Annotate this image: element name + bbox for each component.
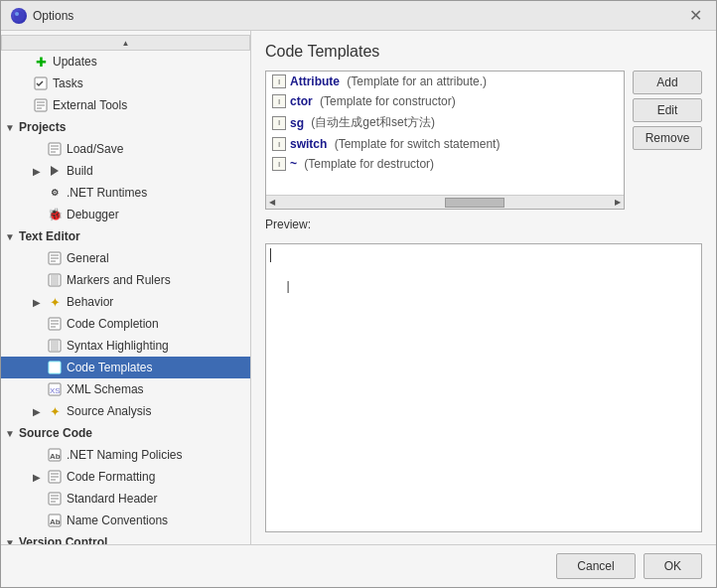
sidebar: ▲ ✚ Updates Tasks Exter [1, 31, 251, 544]
templates-list-wrapper: I Attribute (Template for an attribute.)… [265, 71, 625, 210]
code-templates-icon [47, 360, 63, 375]
name-conventions-icon: Ab [47, 513, 63, 528]
projects-arrow: ▼ [5, 122, 19, 133]
sidebar-category-projects[interactable]: ▼ Projects [1, 116, 250, 138]
svg-text:Ab: Ab [50, 517, 61, 526]
preview-line-3: | [270, 280, 697, 296]
build-arrow: ▶ [33, 166, 47, 177]
sidebar-item-xml-schemas[interactable]: XS XML Schemas [1, 378, 250, 400]
preview-cursor-line [270, 248, 697, 264]
version-control-label: Version Control [19, 535, 107, 544]
code-completion-icon [47, 316, 63, 332]
title-bar: Options ✕ [1, 1, 716, 31]
scroll-right-btn[interactable]: ▶ [612, 198, 624, 207]
no-arrow [19, 78, 33, 89]
sidebar-item-net-naming[interactable]: Ab .NET Naming Policies [1, 444, 250, 466]
sidebar-item-updates[interactable]: ✚ Updates [1, 51, 250, 73]
sidebar-item-tasks[interactable]: Tasks [1, 73, 250, 94]
remove-button[interactable]: Remove [633, 126, 702, 150]
add-button[interactable]: Add [633, 71, 702, 94]
dialog-body: ▲ ✚ Updates Tasks Exter [1, 31, 716, 544]
behavior-icon: ✦ [47, 294, 63, 310]
ok-button[interactable]: OK [644, 553, 702, 579]
scroll-thumb[interactable] [445, 198, 504, 208]
sidebar-item-markers-rulers[interactable]: Markers and Rulers [1, 269, 250, 291]
tasks-icon [33, 75, 49, 91]
close-button[interactable]: ✕ [685, 8, 706, 24]
preview-area[interactable]: | [265, 243, 702, 532]
sidebar-item-name-conventions[interactable]: Ab Name Conventions [1, 510, 250, 531]
title-bar-left: Options [11, 8, 73, 24]
sidebar-category-version-control[interactable]: ▼ Version Control [1, 531, 250, 544]
app-icon [11, 8, 27, 24]
no-arrow [33, 450, 47, 461]
template-icon: I [272, 94, 286, 108]
sidebar-item-load-save[interactable]: Load/Save [1, 138, 250, 160]
projects-label: Projects [19, 120, 66, 134]
template-item-attribute[interactable]: I Attribute (Template for an attribute.) [266, 72, 624, 91]
net-runtimes-icon: ⚙ [47, 185, 63, 201]
xml-schemas-icon: XS [47, 381, 63, 397]
source-code-arrow: ▼ [5, 428, 19, 439]
no-arrow [33, 384, 47, 395]
options-dialog: Options ✕ ▲ ✚ Updates Tasks [0, 0, 717, 588]
sidebar-item-code-completion[interactable]: Code Completion [1, 313, 250, 335]
text-cursor [270, 248, 271, 262]
sidebar-item-standard-header[interactable]: Standard Header [1, 488, 250, 510]
sidebar-item-behavior[interactable]: ▶ ✦ Behavior [1, 291, 250, 313]
templates-list[interactable]: I Attribute (Template for an attribute.)… [266, 72, 624, 195]
no-arrow [19, 100, 33, 111]
template-item-ctor[interactable]: I ctor (Template for constructor) [266, 91, 624, 111]
build-icon [47, 163, 63, 179]
sidebar-item-build[interactable]: ▶ Build [1, 160, 250, 182]
code-formatting-arrow: ▶ [33, 472, 47, 483]
template-item-switch[interactable]: I switch (Template for switch statement) [266, 134, 624, 154]
sidebar-item-code-templates[interactable]: Code Templates [1, 357, 250, 378]
preview-label: Preview: [265, 218, 702, 231]
dialog-footer: Cancel OK [1, 544, 716, 587]
sidebar-category-source-code[interactable]: ▼ Source Code [1, 422, 250, 444]
source-code-label: Source Code [19, 426, 92, 440]
sidebar-item-code-formatting[interactable]: ▶ Code Formatting [1, 466, 250, 488]
external-tools-icon [33, 97, 49, 113]
sidebar-item-source-analysis[interactable]: ▶ ✦ Source Analysis [1, 400, 250, 422]
no-arrow [33, 341, 47, 352]
svg-marker-11 [51, 166, 59, 176]
sidebar-item-syntax-highlighting[interactable]: Syntax Highlighting [1, 335, 250, 357]
cancel-button[interactable]: Cancel [556, 553, 635, 579]
edit-button[interactable]: Edit [633, 98, 702, 122]
no-arrow [33, 275, 47, 286]
syntax-icon [47, 338, 63, 354]
net-naming-icon: Ab [47, 447, 63, 463]
no-arrow [33, 188, 47, 199]
template-item-destructor[interactable]: I ~ (Template for destructor) [266, 154, 624, 174]
templates-buttons: Add Edit Remove [633, 71, 702, 210]
horizontal-scrollbar[interactable]: ◀ ▶ [266, 195, 624, 209]
text-editor-label: Text Editor [19, 229, 80, 243]
no-arrow [33, 515, 47, 526]
templates-area: I Attribute (Template for an attribute.)… [265, 71, 702, 532]
preview-line-2 [270, 264, 697, 280]
svg-text:Ab: Ab [50, 452, 61, 461]
section-title: Code Templates [265, 43, 702, 61]
svg-text:XS: XS [50, 386, 61, 395]
sidebar-scroll-up[interactable]: ▲ [1, 35, 250, 51]
template-icon: I [272, 74, 286, 88]
no-arrow [33, 144, 47, 155]
sidebar-item-general[interactable]: General [1, 247, 250, 269]
sidebar-item-debugger[interactable]: 🐞 Debugger [1, 204, 250, 225]
markers-icon [47, 272, 63, 288]
svg-point-0 [14, 11, 24, 21]
sidebar-item-external-tools[interactable]: External Tools [1, 94, 250, 116]
sidebar-item-net-runtimes[interactable]: ⚙ .NET Runtimes [1, 182, 250, 204]
template-icon: I [272, 157, 286, 171]
template-item-sg[interactable]: I sg (自动生成get和set方法) [266, 111, 624, 134]
no-arrow [19, 57, 33, 68]
dialog-title: Options [33, 9, 73, 23]
no-arrow [33, 253, 47, 264]
scroll-left-btn[interactable]: ◀ [266, 198, 278, 207]
load-save-icon [47, 141, 63, 157]
no-arrow [33, 319, 47, 330]
template-icon: I [272, 137, 286, 151]
sidebar-category-text-editor[interactable]: ▼ Text Editor [1, 225, 250, 247]
